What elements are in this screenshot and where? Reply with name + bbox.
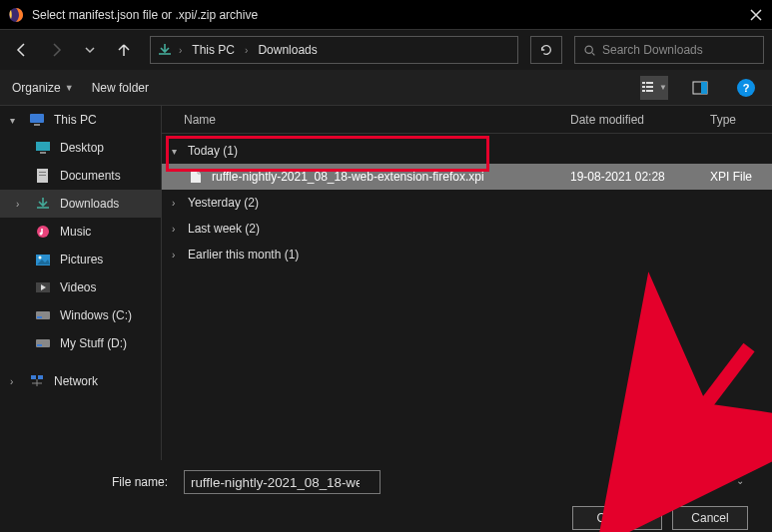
svg-rect-12 xyxy=(36,142,50,151)
group-earlier-month[interactable]: › Earlier this month (1) xyxy=(162,242,772,267)
svg-rect-13 xyxy=(40,152,46,154)
sidebar-item-desktop[interactable]: Desktop xyxy=(0,134,161,162)
organize-menu[interactable]: Organize ▼ xyxy=(12,81,74,95)
search-box[interactable] xyxy=(574,36,764,64)
view-options-button[interactable]: ▼ xyxy=(640,76,668,100)
group-last-week[interactable]: › Last week (2) xyxy=(162,216,772,242)
svg-rect-26 xyxy=(31,375,36,379)
sidebar-item-music[interactable]: Music xyxy=(0,218,161,246)
sidebar-item-drive-c[interactable]: Windows (C:) xyxy=(0,301,161,329)
sidebar-item-drive-d[interactable]: My Stuff (D:) xyxy=(0,329,161,357)
sidebar: ▾ This PC Desktop Documents › Downloads … xyxy=(0,106,162,460)
chevron-right-icon[interactable]: › xyxy=(243,45,250,56)
help-button[interactable]: ? xyxy=(732,76,760,100)
sidebar-item-label: Windows (C:) xyxy=(60,308,132,322)
chevron-down-icon: ▼ xyxy=(65,83,74,93)
back-button[interactable] xyxy=(8,36,36,64)
downloads-folder-icon xyxy=(157,42,173,58)
organize-label: Organize xyxy=(12,81,61,95)
group-label: Last week (2) xyxy=(188,222,260,236)
breadcrumb-downloads[interactable]: Downloads xyxy=(254,41,321,59)
breadcrumb[interactable]: › This PC › Downloads xyxy=(150,36,518,64)
videos-icon xyxy=(34,279,52,295)
svg-rect-27 xyxy=(38,375,43,379)
sidebar-item-downloads[interactable]: › Downloads xyxy=(0,190,161,218)
this-pc-icon xyxy=(28,112,46,128)
cancel-button[interactable]: Cancel xyxy=(672,506,748,530)
sidebar-item-documents[interactable]: Documents xyxy=(0,162,161,190)
svg-rect-15 xyxy=(39,172,46,173)
sidebar-item-label: Videos xyxy=(60,280,96,294)
open-split-dropdown[interactable]: ▼ xyxy=(626,511,638,525)
chevron-right-icon: › xyxy=(172,224,182,235)
downloads-icon xyxy=(34,196,52,212)
svg-rect-25 xyxy=(37,344,42,346)
preview-pane-button[interactable] xyxy=(686,76,714,100)
recent-locations-button[interactable] xyxy=(76,36,104,64)
sidebar-item-label: Documents xyxy=(60,169,121,183)
file-row[interactable]: ruffle-nightly-2021_08_18-web-extension-… xyxy=(162,164,772,190)
svg-rect-10 xyxy=(30,114,44,123)
sidebar-item-label: This PC xyxy=(54,113,97,127)
network-icon xyxy=(28,373,46,389)
svg-point-17 xyxy=(37,226,49,238)
drive-icon xyxy=(34,307,52,323)
svg-point-20 xyxy=(39,256,42,259)
svg-rect-6 xyxy=(642,90,645,92)
svg-rect-23 xyxy=(37,316,42,318)
chevron-right-icon: › xyxy=(172,198,182,209)
window-title: Select manifest.json file or .xpi/.zip a… xyxy=(32,8,748,22)
svg-rect-5 xyxy=(646,86,653,88)
file-icon xyxy=(186,170,206,184)
chevron-right-icon[interactable]: › xyxy=(177,45,184,56)
sidebar-this-pc[interactable]: ▾ This PC xyxy=(0,106,161,134)
svg-rect-2 xyxy=(642,82,645,84)
breadcrumb-this-pc[interactable]: This PC xyxy=(188,41,239,59)
close-icon[interactable] xyxy=(748,7,764,23)
svg-rect-4 xyxy=(642,86,645,88)
svg-rect-7 xyxy=(646,90,653,92)
file-type: XPI File xyxy=(710,170,772,184)
filename-label: File name: xyxy=(14,475,174,489)
sidebar-item-label: Network xyxy=(54,374,98,388)
up-button[interactable] xyxy=(110,36,138,64)
column-date[interactable]: Date modified xyxy=(570,113,710,127)
open-button[interactable]: Open ▼ xyxy=(572,506,662,530)
group-today[interactable]: ▾ Today (1) xyxy=(162,138,772,164)
drive-icon xyxy=(34,335,52,351)
firefox-icon xyxy=(8,7,24,23)
refresh-button[interactable] xyxy=(530,36,562,64)
sidebar-item-pictures[interactable]: Pictures xyxy=(0,246,161,273)
column-type[interactable]: Type xyxy=(710,113,772,127)
chevron-right-icon: › xyxy=(10,376,20,387)
filename-input[interactable] xyxy=(184,470,381,494)
cancel-label: Cancel xyxy=(691,511,728,525)
group-label: Today (1) xyxy=(188,144,238,158)
chevron-down-icon: ▾ xyxy=(10,115,20,126)
new-folder-label: New folder xyxy=(92,81,149,95)
chevron-down-icon: ▾ xyxy=(172,146,182,157)
sidebar-item-videos[interactable]: Videos xyxy=(0,273,161,301)
pictures-icon xyxy=(34,252,52,267)
sidebar-network[interactable]: › Network xyxy=(0,367,161,395)
svg-rect-11 xyxy=(34,124,40,126)
sidebar-item-label: Music xyxy=(60,225,91,239)
new-folder-button[interactable]: New folder xyxy=(92,81,149,95)
group-yesterday[interactable]: › Yesterday (2) xyxy=(162,190,772,216)
music-icon xyxy=(34,224,52,240)
file-name: ruffle-nightly-2021_08_18-web-extension-… xyxy=(206,170,570,184)
search-icon xyxy=(583,44,596,57)
chevron-right-icon: › xyxy=(16,199,26,210)
documents-icon xyxy=(34,168,52,184)
column-headers[interactable]: Name Date modified Type xyxy=(162,106,772,134)
chevron-right-icon: › xyxy=(172,250,182,261)
search-input[interactable] xyxy=(602,43,755,57)
file-date: 19-08-2021 02:28 xyxy=(570,170,710,184)
help-icon: ? xyxy=(737,79,755,97)
scroll-right-icon[interactable]: › xyxy=(756,444,772,460)
svg-point-1 xyxy=(585,46,592,53)
chevron-down-icon[interactable]: ⌄ xyxy=(736,475,744,486)
sidebar-item-label: Downloads xyxy=(60,197,119,211)
forward-button xyxy=(42,36,70,64)
column-name[interactable]: Name xyxy=(162,113,570,127)
